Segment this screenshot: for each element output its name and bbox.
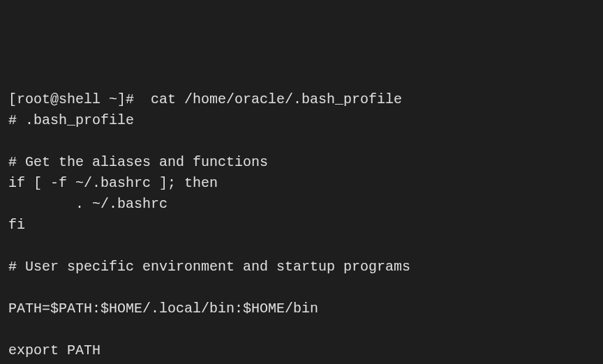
terminal-output: [root@shell ~]# cat /home/oracle/.bash_p… [8,89,595,364]
terminal-line: # User specific environment and startup … [8,257,595,278]
terminal-line: export ORACLE_BASE=/usr/local/oracle [8,361,595,364]
terminal-line: export PATH [8,340,595,361]
terminal-line: # Get the aliases and functions [8,152,595,173]
terminal-line: if [ -f ~/.bashrc ]; then [8,173,595,194]
terminal-line: fi [8,215,595,236]
terminal-line [8,236,595,257]
terminal-line: PATH=$PATH:$HOME/.local/bin:$HOME/bin [8,298,595,319]
terminal-line: [root@shell ~]# cat /home/oracle/.bash_p… [8,89,595,110]
terminal-line [8,278,595,298]
terminal-line: # .bash_profile [8,110,595,131]
terminal-line [8,131,595,152]
terminal-line: . ~/.bashrc [8,194,595,215]
terminal-line [8,319,595,340]
